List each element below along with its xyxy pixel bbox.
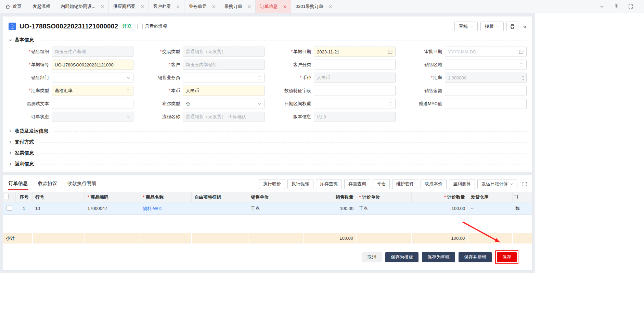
profit-calc-button[interactable]: 盈利测算: [449, 179, 475, 189]
close-tab-icon[interactable]: [248, 5, 251, 8]
sales-department-select[interactable]: [52, 73, 133, 83]
sales-region-input[interactable]: [445, 60, 527, 70]
field-label: 单据编号: [9, 62, 52, 68]
document-date-input[interactable]: 2023-11-21: [314, 47, 396, 57]
list-picker-icon[interactable]: [257, 76, 261, 80]
list-picker-icon[interactable]: [388, 102, 392, 106]
find-warehouse-button[interactable]: 寻仓: [373, 179, 390, 189]
tab-business-unit[interactable]: 业务单元: [184, 0, 220, 13]
list-picker-icon[interactable]: [519, 63, 524, 67]
required-only-toggle[interactable]: 只看必填项: [137, 23, 167, 29]
chevron-down-icon[interactable]: [257, 102, 261, 106]
expand-grid-icon[interactable]: [522, 182, 527, 187]
cell-warehouse: --: [468, 202, 513, 215]
temp-test-text-input[interactable]: [52, 99, 133, 109]
close-tab-icon[interactable]: [177, 5, 180, 8]
detail-tab-collection-detail[interactable]: 收款执行明细: [67, 178, 97, 190]
close-tab-icon[interactable]: [329, 5, 332, 8]
boolean-type-select[interactable]: 否: [183, 99, 265, 109]
approval-date-input[interactable]: YYYY-MM-DD: [445, 47, 527, 57]
footer-action-bar: 取消 保存为模板 保存为草稿 保存并新增 保存: [3, 244, 532, 270]
template-button[interactable]: 模板: [480, 22, 504, 31]
field-label: 赠送MYC值: [402, 101, 445, 107]
section-title: 返利信息: [15, 161, 34, 167]
tab-0301-purchase-order[interactable]: 0301采购订单: [291, 0, 336, 13]
order-lines-table: 序号 行号 商品编码 商品名称 自由项特征组 销售单位 销售数量 计价单位 计价…: [3, 192, 532, 244]
column-config-icon[interactable]: [513, 192, 532, 202]
section-rebate[interactable]: 返利信息: [9, 159, 527, 169]
save-as-template-button[interactable]: 保存为模板: [385, 252, 418, 262]
cost-price-button[interactable]: 取成本价: [421, 179, 447, 189]
execute-pricing-button[interactable]: 执行取价: [259, 179, 285, 189]
tab-purchase-order[interactable]: 采购订单: [220, 0, 255, 13]
detail-tab-order-info[interactable]: 订单信息: [8, 178, 28, 190]
tab-label: 0301采购订单: [296, 3, 323, 10]
select-all-checkbox[interactable]: [3, 194, 9, 199]
cell-clipped: 魏: [513, 202, 532, 215]
salesperson-input[interactable]: [183, 73, 265, 83]
save-as-draft-button[interactable]: 保存为草稿: [422, 252, 455, 262]
numeric-feature-input[interactable]: [314, 86, 396, 96]
tab-initiate-process[interactable]: 发起流程: [27, 0, 56, 13]
col-product-code: 商品编码: [85, 192, 140, 202]
section-shipping[interactable]: 收货及发运信息: [9, 126, 527, 136]
inventory-pick-button[interactable]: 库存查拣: [316, 179, 342, 189]
cell-sales-unit: 千克: [248, 202, 303, 215]
draft-button[interactable]: 草稿: [454, 22, 478, 31]
save-button[interactable]: 保存: [497, 252, 517, 262]
sales-region-field: 销售区域: [402, 60, 527, 70]
field-label: 销售金额: [402, 88, 445, 94]
sales-org-input: 魏玉玉生产基地: [52, 47, 133, 57]
chevron-down-icon: [470, 25, 473, 28]
cancel-button[interactable]: 取消: [362, 252, 382, 262]
date-range-weight-input[interactable]: [314, 99, 396, 109]
boolean-type-field: 布尔类型 否: [140, 99, 265, 109]
annotation-highlight-box: 保存: [495, 250, 518, 264]
tab-customer-archive[interactable]: 客户档案: [149, 0, 184, 13]
product-name-link[interactable]: 物料-W01: [143, 206, 162, 211]
stock-query-button[interactable]: 存量查询: [344, 179, 370, 189]
section-payment[interactable]: 支付方式: [9, 137, 527, 147]
gift-myc-input[interactable]: [445, 99, 527, 109]
tab-home[interactable]: 首页: [0, 0, 27, 13]
maintain-kit-button[interactable]: 维护套件: [392, 179, 418, 189]
close-tab-icon[interactable]: [283, 5, 286, 8]
shipping-schedule-button[interactable]: 发运日程计算: [477, 179, 517, 189]
exchange-rate-type-input[interactable]: 基准汇率: [52, 86, 133, 96]
field-label: 流程名称: [140, 114, 183, 120]
col-sales-unit: 销售单位: [248, 192, 303, 202]
tab-supplier-archive[interactable]: 供应商档案: [108, 0, 149, 13]
transaction-type-input: 普通销售（无发货）: [183, 47, 265, 57]
row-checkbox[interactable]: [7, 205, 12, 211]
table-row[interactable]: 1 10 17000047 物料-W01 千克 100.00 千克 100.00…: [3, 202, 532, 215]
detail-tab-collection-agreement[interactable]: 收款协议: [37, 178, 58, 190]
salesperson-field: 销售业务员: [140, 73, 265, 83]
subtotal-row: 小计 100.00 100.00: [3, 233, 532, 244]
fullscreen-icon[interactable]: [628, 4, 633, 9]
print-button[interactable]: [506, 22, 518, 31]
execute-promotion-button[interactable]: 执行促销: [287, 179, 313, 189]
version-info-field: 版本信息 V1.0: [271, 112, 396, 122]
tab-order-info[interactable]: 订单信息: [255, 0, 291, 13]
customer-category-input[interactable]: [314, 60, 396, 70]
section-basic-info[interactable]: 基本信息: [9, 35, 527, 45]
sales-amount-input[interactable]: [445, 86, 527, 96]
tab-label: 供应商档案: [113, 3, 136, 10]
list-picker-icon[interactable]: [126, 89, 130, 93]
order-status-field: 订单状态: [9, 112, 133, 122]
section-invoice[interactable]: 发票信息: [9, 148, 527, 158]
document-no-input[interactable]: UO-1788SO00220231121000: [52, 60, 133, 70]
save-and-new-button[interactable]: 保存并新增: [459, 252, 492, 262]
tab-overflow-icon[interactable]: [600, 4, 604, 9]
chevron-down-icon[interactable]: [126, 76, 130, 80]
local-currency-input[interactable]: 人民币: [183, 86, 265, 96]
detail-tabs: 订单信息 收款协议 收款执行明细: [8, 178, 97, 190]
close-tab-icon[interactable]: [101, 5, 104, 8]
collapse-panel-icon[interactable]: «: [523, 23, 527, 29]
close-tab-icon[interactable]: [141, 5, 144, 8]
subtotal-sales-qty: 100.00: [303, 233, 356, 244]
arrow-up-icon[interactable]: [614, 4, 619, 9]
tab-internal-purchase-sale[interactable]: 内部购销协同设...: [56, 0, 108, 13]
close-tab-icon[interactable]: [212, 5, 215, 8]
sales-department-field: 销售部门: [9, 73, 133, 83]
